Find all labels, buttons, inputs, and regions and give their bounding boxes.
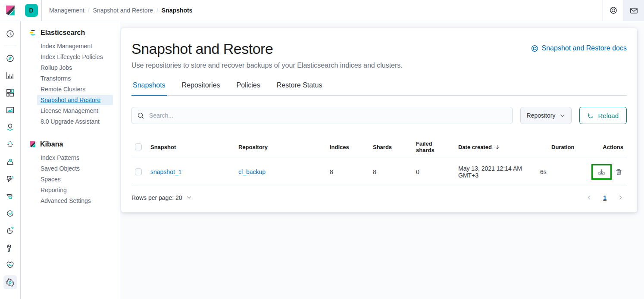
app-icon-rail [0, 21, 21, 299]
sidebar-item-spaces[interactable]: Spaces [37, 174, 113, 184]
help-icon [610, 6, 617, 14]
column-header-shards: Shards [369, 140, 413, 155]
table-footer: Rows per page: 20 1 [131, 186, 627, 205]
app-apm[interactable] [3, 189, 17, 203]
select-all-checkbox[interactable] [135, 143, 142, 150]
tab-restore-status[interactable]: Restore Status [275, 75, 324, 95]
repository-filter-button[interactable]: Repository [520, 107, 572, 124]
app-graph[interactable] [3, 155, 17, 168]
sidebar-item-license-management[interactable]: License Management [37, 106, 113, 116]
breadcrumb-snapshots: Snapshots [162, 7, 193, 14]
sidebar-item-saved-objects[interactable]: Saved Objects [37, 163, 113, 174]
rows-per-page-label: Rows per page: 20 [131, 194, 182, 201]
sidebar-heading-kibana: Kibana [21, 139, 120, 153]
help-menu-button[interactable] [603, 0, 623, 21]
sidebar-item-index-lifecycle-policies[interactable]: Index Lifecycle Policies [37, 52, 113, 62]
sidebar-item-remote-clusters[interactable]: Remote Clusters [37, 84, 113, 94]
sidebar-item-advanced-settings[interactable]: Advanced Settings [37, 196, 113, 206]
newsfeed-button[interactable] [623, 0, 644, 21]
app-stack-monitoring[interactable] [3, 258, 17, 272]
machine-learning-icon [6, 140, 14, 149]
page-1-button[interactable]: 1 [600, 193, 610, 202]
management-sidebar: Elasticsearch Index Management Index Lif… [21, 21, 120, 299]
tab-policies[interactable]: Policies [235, 75, 262, 95]
elasticsearch-logo-icon [29, 29, 37, 37]
space-selector[interactable]: D [21, 0, 42, 21]
row-checkbox[interactable] [135, 168, 142, 175]
uptime-icon [6, 209, 14, 218]
sidebar-section-kibana: Kibana Index Patterns Saved Objects Spac… [21, 139, 120, 206]
pagination: 1 [583, 193, 627, 202]
apm-icon [6, 192, 14, 200]
kibana-logo-icon [5, 5, 16, 16]
snapshots-table: Snapshot Repository Indices Shards Faile… [131, 136, 627, 205]
table-header-row: Snapshot Repository Indices Shards Faile… [131, 136, 627, 158]
sidebar-item-rollup-jobs[interactable]: Rollup Jobs [37, 62, 113, 73]
chevron-down-icon [186, 195, 192, 200]
kibana-home-button[interactable] [0, 0, 21, 21]
breadcrumb-separator: / [88, 7, 90, 14]
snapshot-name-link[interactable]: snapshot_1 [150, 168, 181, 175]
app-uptime[interactable] [3, 206, 17, 220]
docs-link-label: Snapshot and Restore docs [542, 44, 627, 52]
main-content: Snapshot and Restore Snapshot and Restor… [120, 21, 644, 299]
discover-icon [6, 54, 14, 62]
dashboard-icon [6, 89, 14, 97]
app-maps[interactable] [3, 120, 17, 134]
column-header-repository: Repository [235, 140, 326, 155]
breadcrumb: Management / Snapshot and Restore / Snap… [42, 0, 192, 21]
app-logs[interactable] [3, 172, 17, 186]
reload-button[interactable]: Reload [579, 107, 627, 124]
rail-divider [4, 46, 17, 46]
repository-filter-label: Repository [527, 112, 556, 119]
sort-desc-arrow-icon [494, 144, 500, 150]
chevron-right-icon [618, 195, 623, 200]
app-machine-learning[interactable] [3, 137, 17, 151]
app-metrics[interactable] [3, 224, 17, 237]
breadcrumb-snapshot-restore[interactable]: Snapshot and Restore [93, 7, 153, 14]
app-visualize[interactable] [3, 69, 17, 82]
search-input[interactable] [148, 112, 507, 119]
app-canvas[interactable] [3, 103, 17, 117]
delete-snapshot-button[interactable] [614, 168, 623, 177]
logs-icon [6, 175, 14, 183]
repository-name-link[interactable]: cl_backup [238, 168, 266, 175]
breadcrumb-management[interactable]: Management [49, 7, 84, 14]
breadcrumb-separator: / [156, 7, 158, 14]
app-dashboard[interactable] [3, 86, 17, 100]
app-stack-management[interactable] [3, 275, 17, 289]
snapshot-restore-panel: Snapshot and Restore Snapshot and Restor… [121, 28, 637, 212]
newsfeed-envelope-icon [630, 6, 638, 15]
sidebar-heading-label: Elasticsearch [41, 29, 85, 37]
sidebar-item-reporting[interactable]: Reporting [37, 185, 113, 195]
recently-viewed-button[interactable] [3, 27, 17, 40]
sidebar-item-index-patterns[interactable]: Index Patterns [37, 153, 113, 163]
search-icon [137, 112, 144, 119]
app-discover[interactable] [3, 51, 17, 65]
previous-page-button[interactable] [583, 193, 595, 202]
sidebar-item-snapshot-and-restore[interactable]: Snapshot and Restore [37, 95, 113, 105]
app-dev-tools[interactable] [3, 241, 17, 255]
duration-value: 6s [537, 162, 581, 181]
tab-snapshots[interactable]: Snapshots [131, 75, 167, 95]
column-header-date-created[interactable]: Date created [458, 144, 544, 150]
page-title: Snapshot and Restore [131, 39, 273, 58]
docs-link[interactable]: Snapshot and Restore docs [531, 44, 627, 52]
top-bar: D Management / Snapshot and Restore / Sn… [0, 0, 644, 21]
sidebar-item-transforms[interactable]: Transforms [37, 73, 113, 84]
column-header-snapshot: Snapshot [147, 140, 235, 155]
next-page-button[interactable] [614, 193, 627, 202]
recently-viewed-icon [6, 30, 14, 38]
table-row: snapshot_1 cl_backup 8 8 0 May 13, 2021 … [131, 158, 627, 186]
page-description: Use repositories to store and recover ba… [131, 62, 627, 69]
rows-per-page-button[interactable]: Rows per page: 20 [131, 194, 192, 201]
sidebar-item-index-management[interactable]: Index Management [37, 41, 113, 51]
column-header-indices: Indices [326, 140, 369, 155]
date-created-label: Date created [458, 144, 492, 150]
docs-help-icon [531, 45, 538, 52]
tab-repositories[interactable]: Repositories [181, 75, 222, 95]
sidebar-item-upgrade-assistant[interactable]: 8.0 Upgrade Assistant [37, 116, 113, 127]
restore-snapshot-button[interactable] [591, 164, 612, 180]
refresh-icon [588, 112, 594, 119]
visualize-icon [6, 72, 14, 80]
